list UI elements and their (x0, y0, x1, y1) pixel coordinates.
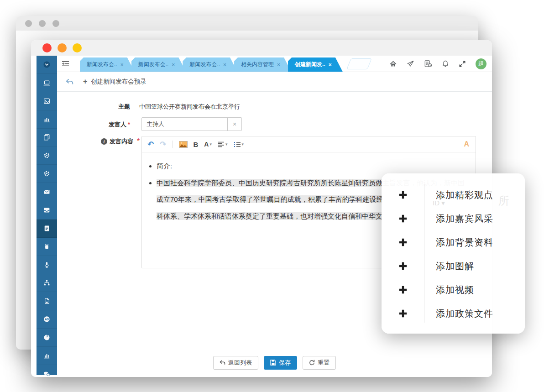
breadcrumb: + 创建新闻发布会预录 (57, 72, 492, 92)
back-arrow-icon (220, 360, 225, 365)
clear-input-icon[interactable]: × (227, 118, 241, 131)
sidebar-item-statistics[interactable] (37, 110, 57, 129)
editor-bullet-intro: 简介: (157, 158, 469, 175)
required-asterisk: * (128, 121, 130, 128)
subject-label: 主题 (84, 103, 130, 111)
sidebar-toggle-icon[interactable] (61, 60, 70, 69)
back-arrow-icon[interactable] (65, 78, 74, 85)
sidebar-item-audio[interactable] (37, 256, 57, 274)
chevron-down-icon: ▾ (209, 142, 212, 146)
background-window-titlebar (16, 16, 478, 31)
tab-news-conference-2[interactable]: 新闻发布会..× (131, 57, 186, 72)
speaker-input[interactable]: 主持人 (142, 118, 227, 131)
column-chart-icon (43, 352, 51, 360)
sidebar-item-inbox[interactable] (37, 201, 57, 220)
gear-icon (43, 170, 51, 178)
image-icon (43, 97, 51, 105)
sidebar-item-dashboard[interactable] (37, 74, 57, 92)
sidebar-item-messages[interactable] (37, 183, 57, 201)
reset-button[interactable]: 重置 (303, 356, 336, 370)
empty-tab-placeholder (346, 58, 372, 69)
sidebar-item-settings[interactable] (37, 146, 57, 165)
sidebar-item-collapse[interactable] (37, 56, 57, 74)
reset-icon (309, 360, 315, 366)
bold-icon[interactable]: B (194, 141, 199, 148)
plus-icon (382, 214, 424, 224)
insert-image-icon[interactable] (179, 141, 188, 148)
menu-item-add-video[interactable]: 添加视频 (382, 278, 525, 302)
file-icon (43, 297, 51, 305)
ordered-list-icon[interactable]: ▾ (234, 141, 244, 147)
sidebar-item-news-article[interactable] (37, 220, 57, 238)
copy-icon (43, 133, 51, 141)
tab-label: 新闻发布会.. (189, 61, 220, 68)
menu-item-label: 添加图解 (424, 260, 474, 272)
undo-icon[interactable]: ↶ (147, 140, 154, 149)
font-color-icon[interactable]: A▾ (204, 141, 212, 148)
plus-icon (382, 308, 424, 319)
menu-item-label: 添加嘉宾风采 (424, 213, 493, 225)
menu-item-add-highlights[interactable]: 添加精彩观点 (382, 183, 525, 207)
close-window-button[interactable] (42, 43, 52, 52)
tab-close-icon[interactable]: × (172, 62, 175, 68)
send-icon[interactable] (407, 60, 414, 68)
chevron-down-icon: ▾ (225, 142, 228, 146)
editor-resize-icon[interactable]: A (464, 140, 469, 148)
zoom-window-button[interactable] (73, 43, 82, 52)
editor-toolbar: ↶ ↷ B A▾ ▾ ▾ A (142, 136, 476, 152)
bell-icon[interactable] (442, 60, 449, 68)
sidebar: AD (37, 56, 57, 375)
page-title: 创建新闻发布会预录 (91, 78, 146, 86)
tab-close-icon[interactable]: × (277, 62, 280, 68)
back-to-list-button[interactable]: 返回列表 (213, 356, 258, 370)
tab-create-news-conference[interactable]: 创建新闻发..× (288, 57, 343, 72)
save-label: 保存 (279, 359, 291, 367)
tab-related-content[interactable]: 相关内容管理× (234, 57, 291, 72)
window-dot (39, 20, 46, 27)
save-button[interactable]: 保存 (264, 356, 297, 370)
tab-news-conference-3[interactable]: 新闻发布会..× (183, 57, 237, 72)
tab-close-icon[interactable]: × (223, 62, 226, 68)
tab-close-icon[interactable]: × (329, 62, 332, 68)
menu-item-label: 添加精彩观点 (424, 189, 493, 201)
tab-close-icon[interactable]: × (120, 62, 124, 68)
menu-item-add-background[interactable]: 添加背景资料 (382, 230, 525, 254)
plus-icon (382, 261, 424, 271)
home-icon[interactable] (389, 60, 397, 68)
log-document-icon[interactable] (424, 60, 432, 68)
tab-news-conference-1[interactable]: 新闻发布会..× (80, 57, 135, 72)
sidebar-item-android[interactable] (37, 238, 57, 256)
menu-item-label: 添加背景资料 (424, 236, 493, 249)
tab-bar: 新闻发布会..× 新闻发布会..× 新闻发布会..× 相关内容管理× 创建新闻发… (57, 56, 492, 72)
plus-icon (382, 285, 424, 295)
sidebar-item-media[interactable] (37, 92, 57, 110)
redo-icon[interactable]: ↷ (160, 140, 166, 149)
minimize-window-button[interactable] (58, 43, 67, 52)
chevron-down-icon: ▾ (242, 142, 244, 146)
sidebar-item-config[interactable] (37, 165, 57, 183)
menu-item-add-guests[interactable]: 添加嘉宾风采 (382, 207, 525, 230)
svg-text:AD: AD (45, 318, 49, 321)
sidebar-item-file[interactable] (37, 292, 57, 310)
gear-icon (43, 152, 51, 159)
laptop-icon (43, 79, 51, 87)
form-footer: 返回列表 保存 重置 (57, 348, 492, 377)
menu-item-add-policy-file[interactable]: 添加政策文件 (382, 302, 525, 325)
sitemap-icon (43, 279, 51, 287)
sidebar-item-report-chart[interactable] (37, 347, 57, 365)
microphone-icon (43, 261, 51, 269)
sidebar-item-pie-chart[interactable] (37, 329, 57, 347)
menu-item-add-infographic[interactable]: 添加图解 (382, 254, 525, 278)
tab-label: 新闻发布会.. (87, 61, 117, 68)
sidebar-item-sitemap[interactable] (37, 274, 57, 293)
expand-icon[interactable] (459, 60, 466, 68)
save-icon (270, 360, 276, 366)
chat-bubbles-icon (43, 370, 51, 377)
inbox-icon (43, 206, 51, 214)
menu-item-label: 添加政策文件 (424, 308, 493, 320)
sidebar-item-ad[interactable]: AD (37, 310, 57, 329)
sidebar-item-chat[interactable] (37, 365, 57, 377)
avatar[interactable]: 超 (476, 58, 486, 69)
sidebar-item-documents[interactable] (37, 129, 57, 147)
align-icon[interactable]: ▾ (218, 141, 228, 147)
